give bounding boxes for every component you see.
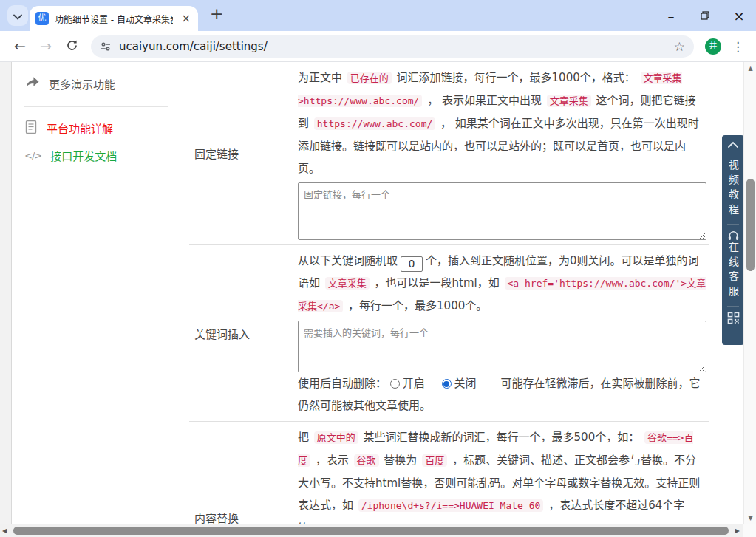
auto-delete-option-on[interactable]: 开启	[390, 377, 425, 390]
auto-delete-label: 使用后自动删除：	[298, 377, 386, 390]
field-label: 关键词插入	[189, 250, 298, 417]
vertical-scrollbar-thumb[interactable]	[746, 179, 755, 271]
sidebar-divider	[24, 106, 168, 107]
inline-code: 谷歌	[354, 454, 379, 467]
qr-code-icon[interactable]	[727, 312, 740, 324]
scroll-down-icon[interactable]: ▼	[744, 515, 756, 521]
sidebar-item-more-demos[interactable]: 更多演示功能	[24, 68, 168, 99]
site-favicon: 优	[35, 12, 49, 25]
auto-delete-option-off[interactable]: 关闭	[442, 377, 477, 390]
restore-icon	[701, 9, 709, 23]
keyword-count-input[interactable]	[401, 256, 423, 272]
field-label: 固定链接	[189, 66, 298, 240]
sidebar-item-api-docs[interactable]: </> 接口开发文档	[24, 142, 168, 169]
inline-code: 文章采集	[547, 95, 591, 107]
page-left-margin	[0, 62, 12, 524]
browser-toolbar: ← → ucaiyun.com/caiji/settings/ ☆ 井 ⋮	[0, 31, 756, 62]
field-description: 为正文中 已存在的 词汇添加链接，每行一个，最多1000个，格式： 文章采集>h…	[298, 66, 706, 179]
inline-code: 百度	[422, 454, 447, 467]
code-icon: </>	[24, 150, 41, 161]
radio-on-label[interactable]: 开启	[403, 377, 425, 390]
sidebar-divider	[24, 177, 168, 177]
document-icon	[24, 120, 38, 137]
tab-search-button[interactable]	[7, 5, 28, 26]
new-tab-button[interactable]: +	[210, 4, 223, 23]
field-label: 内容替换	[189, 426, 298, 537]
floating-helper-bar: 视频教程 在线客服	[722, 135, 744, 345]
close-button[interactable]: ×	[722, 0, 756, 31]
sidebar-item-label: 接口开发文档	[50, 148, 117, 163]
chevron-down-icon	[13, 9, 22, 23]
browser-tab[interactable]: 优 功能细节设置 - 自动文章采集器 ×	[30, 6, 198, 31]
minimize-button[interactable]: –	[654, 0, 688, 31]
scroll-up-icon[interactable]: ▲	[744, 65, 756, 72]
sidebar-item-label: 更多演示功能	[49, 76, 115, 92]
inline-code: https://www.abc.com/	[314, 117, 436, 130]
horizontal-scrollbar[interactable]: ◀ ▶	[0, 524, 743, 537]
reload-icon	[66, 39, 78, 54]
inline-code: /iphone\d+s?/i==>HUAWEI Mate 60	[358, 499, 544, 512]
section-content-replace: 内容替换 把 原文中的 某些词汇替换成新的词汇，每行一个，最多500个，如： 谷…	[189, 421, 709, 537]
page-content: 更多演示功能 平台功能详解 </> 接口开发文档 固定链接 为正文中 已存在的	[0, 62, 756, 537]
address-bar[interactable]: ucaiyun.com/caiji/settings/ ☆	[91, 35, 694, 58]
floatbar-divider	[727, 154, 739, 154]
video-tutorial-link[interactable]: 视频教程	[728, 160, 738, 219]
reload-button[interactable]	[62, 39, 81, 54]
field-content: 从以下关键词随机取个，插入到正文随机位置，为0则关闭。可以是单独的词语如 文章采…	[298, 250, 706, 417]
inline-code: 原文中的	[314, 431, 358, 444]
window-controls: – ×	[654, 0, 756, 31]
browser-window: 优 功能细节设置 - 自动文章采集器 × + – × ← →	[0, 0, 756, 537]
back-button[interactable]: ←	[10, 39, 30, 53]
headset-icon[interactable]	[727, 230, 740, 242]
site-info-icon[interactable]	[100, 41, 112, 52]
radio-off[interactable]	[442, 379, 452, 389]
restore-button[interactable]	[688, 0, 722, 31]
sidebar-item-platform-features[interactable]: 平台功能详解	[24, 114, 168, 142]
vertical-scrollbar[interactable]: ▲ ▼	[743, 62, 756, 524]
auto-delete-row: 使用后自动删除： 开启 关闭 可能存在轻微滞后，在实际被删除前，它仍然可能被其他…	[298, 372, 706, 417]
inline-code: 已存在的	[347, 72, 392, 84]
field-description: 把 原文中的 某些词汇替换成新的词汇，每行一个，最多500个，如： 谷歌==>百…	[298, 426, 706, 537]
forward-button[interactable]: →	[36, 39, 55, 53]
bookmark-star-icon[interactable]: ☆	[674, 39, 685, 54]
profile-avatar[interactable]: 井	[705, 38, 721, 55]
scroll-left-icon[interactable]: ◀	[2, 527, 7, 534]
inline-code: 文章采集	[325, 277, 370, 290]
section-keyword-insert: 关键词插入 从以下关键词随机取个，插入到正文随机位置，为0则关闭。可以是单独的词…	[189, 244, 709, 421]
browser-menu-icon[interactable]: ⋮	[732, 39, 744, 54]
tab-title: 功能细节设置 - 自动文章采集器	[55, 13, 173, 25]
radio-on[interactable]	[390, 379, 400, 389]
floatbar-divider	[727, 306, 739, 307]
settings-form: 固定链接 为正文中 已存在的 词汇添加链接，每行一个，最多1000个，格式： 文…	[189, 62, 709, 537]
tab-close-icon[interactable]: ×	[181, 13, 191, 24]
section-fixed-links: 固定链接 为正文中 已存在的 词汇添加链接，每行一个，最多1000个，格式： 文…	[189, 62, 709, 244]
collapse-chevron-up-icon[interactable]	[727, 141, 739, 148]
floatbar-divider	[727, 224, 739, 225]
sidebar-item-label: 平台功能详解	[47, 120, 113, 136]
scrollbar-corner	[743, 524, 756, 537]
field-content: 为正文中 已存在的 词汇添加链接，每行一个，最多1000个，格式： 文章采集>h…	[298, 66, 706, 240]
horizontal-scrollbar-thumb[interactable]	[13, 527, 729, 535]
share-icon	[24, 75, 40, 92]
field-content: 把 原文中的 某些词汇替换成新的词汇，每行一个，最多500个，如： 谷歌==>百…	[298, 426, 706, 537]
field-description: 从以下关键词随机取个，插入到正文随机位置，为0则关闭。可以是单独的词语如 文章采…	[298, 250, 706, 318]
sidebar: 更多演示功能 平台功能详解 </> 接口开发文档	[24, 68, 168, 185]
url-text[interactable]: ucaiyun.com/caiji/settings/	[119, 40, 268, 53]
online-service-link[interactable]: 在线客服	[728, 242, 738, 301]
scroll-right-icon[interactable]: ▶	[735, 527, 740, 534]
browser-titlebar: 优 功能细节设置 - 自动文章采集器 × + – ×	[0, 0, 756, 31]
keywords-textarea[interactable]	[298, 321, 706, 372]
fixed-links-textarea[interactable]	[298, 182, 706, 240]
radio-off-label[interactable]: 关闭	[454, 377, 477, 390]
